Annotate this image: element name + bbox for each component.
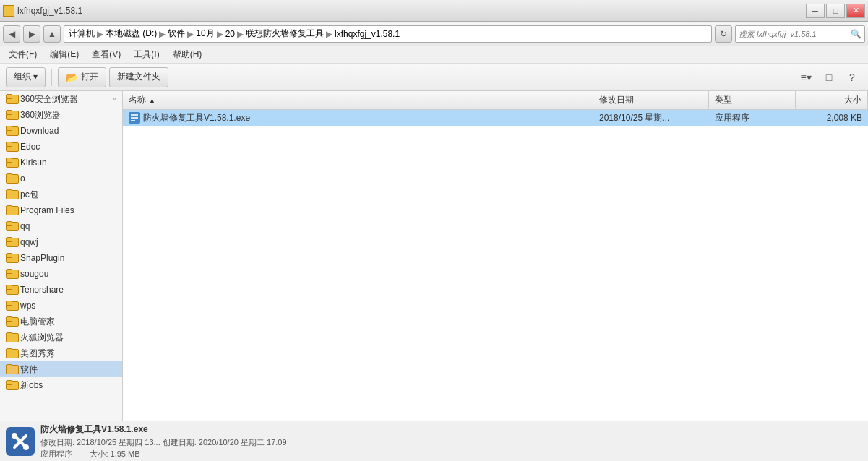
forward-button[interactable]: ▶ — [23, 25, 40, 43]
folder-icon — [6, 205, 17, 215]
breadcrumb-bar[interactable]: 计算机 ▶ 本地磁盘 (D:) ▶ 软件 ▶ 10月 ▶ 20 ▶ 联想防火墙修… — [64, 25, 712, 43]
open-button[interactable]: 📂 打开 — [58, 67, 106, 87]
folder-item-newobs[interactable]: 新obs — [0, 377, 122, 393]
svg-rect-1 — [131, 114, 138, 116]
folder-label: 软件 — [20, 363, 38, 376]
view-list-button[interactable]: ≡▾ — [796, 67, 816, 87]
breadcrumb-item: 计算机 — [69, 27, 95, 40]
open-icon: 📂 — [66, 72, 78, 83]
svg-rect-3 — [131, 120, 135, 121]
folder-icon — [6, 94, 17, 104]
file-date: 2018/10/25 星期... — [599, 112, 669, 124]
up-button[interactable]: ▲ — [43, 25, 61, 43]
breadcrumb-item: 软件 — [168, 27, 185, 40]
right-panel: 名称 ▲ 修改日期 类型 大小 — [123, 91, 868, 421]
folder-icon — [6, 316, 17, 327]
window-title: lxfhqxfgj_v1.58.1 — [17, 6, 82, 16]
help-button[interactable]: ? — [842, 67, 862, 87]
col-header-type[interactable]: 类型 — [709, 91, 796, 109]
menu-bar: 文件(F) 编辑(E) 查看(V) 工具(I) 帮助(H) — [0, 46, 868, 64]
col-header-name[interactable]: 名称 ▲ — [123, 91, 593, 109]
folder-item-programfiles[interactable]: Program Files — [0, 202, 122, 218]
folder-label: 火狐浏览器 — [20, 332, 64, 344]
close-button[interactable]: ✕ — [846, 4, 865, 18]
folder-label: SnapPlugin — [20, 253, 64, 263]
organize-label: 组织 ▾ — [14, 71, 38, 83]
folder-label: Tenorshare — [20, 285, 64, 295]
folder-item-ruanjian[interactable]: 软件 — [0, 361, 122, 377]
folder-item-kirisun[interactable]: Kirisun — [0, 155, 122, 171]
svg-rect-2 — [131, 117, 138, 119]
search-bar: 🔍 — [735, 25, 865, 43]
folder-item-snapplugin[interactable]: SnapPlugin — [0, 250, 122, 266]
folder-item-meitushow[interactable]: 美图秀秀 — [0, 345, 122, 361]
file-size-cell: 2,008 KB — [796, 110, 868, 126]
folder-item-firefox[interactable]: 火狐浏览器 — [0, 329, 122, 345]
col-header-size[interactable]: 大小 — [796, 91, 868, 109]
file-icon — [129, 112, 140, 124]
folder-label: sougou — [20, 269, 48, 279]
folder-item-pcbao[interactable]: pc包 — [0, 186, 122, 202]
folder-icon-title — [3, 5, 14, 17]
menu-edit[interactable]: 编辑(E) — [44, 47, 85, 62]
status-bar: 防火墙修复工具V1.58.1.exe 修改日期: 2018/10/25 星期四 … — [0, 421, 868, 461]
folder-item-qq[interactable]: qq — [0, 218, 122, 234]
folder-item-360safe[interactable]: 360安全浏览器 » — [0, 91, 122, 107]
file-name-cell: 防火墙修复工具V1.58.1.exe — [123, 110, 593, 126]
file-type: 应用程序 — [715, 112, 749, 124]
maximize-button[interactable]: □ — [826, 4, 845, 18]
view-pane-button[interactable]: □ — [819, 67, 839, 87]
minimize-button[interactable]: ─ — [806, 4, 825, 18]
window-controls: ─ □ ✕ — [806, 4, 865, 18]
main-area: 360安全浏览器 » 360浏览器 Download Edoc Kirisun … — [0, 91, 868, 421]
folder-icon — [6, 110, 17, 120]
folder-item-download[interactable]: Download — [0, 123, 122, 139]
folder-label: wps — [20, 301, 35, 311]
folder-item-sougou[interactable]: sougou — [0, 266, 122, 282]
folder-item-pcguanjia[interactable]: 电脑管家 — [0, 314, 122, 329]
folder-label: Edoc — [20, 142, 40, 152]
open-label: 打开 — [81, 71, 98, 83]
folder-icon — [6, 332, 17, 342]
status-filename: 防火墙修复工具V1.58.1.exe — [40, 423, 862, 436]
title-bar: lxfhqxfgj_v1.58.1 ─ □ ✕ — [0, 0, 868, 22]
folder-item-o[interactable]: o — [0, 171, 122, 186]
status-info: 防火墙修复工具V1.58.1.exe 修改日期: 2018/10/25 星期四 … — [40, 423, 862, 460]
address-bar: ◀ ▶ ▲ 计算机 ▶ 本地磁盘 (D:) ▶ 软件 ▶ 10月 ▶ 20 ▶ … — [0, 22, 868, 46]
menu-tools[interactable]: 工具(I) — [128, 47, 165, 62]
folder-item-360browser[interactable]: 360浏览器 — [0, 107, 122, 123]
folder-icon — [6, 237, 17, 247]
folder-item-edoc[interactable]: Edoc — [0, 139, 122, 155]
col-header-date[interactable]: 修改日期 — [593, 91, 709, 109]
folder-label: 美图秀秀 — [20, 348, 55, 360]
new-folder-button[interactable]: 新建文件夹 — [109, 67, 168, 87]
back-button[interactable]: ◀ — [3, 25, 20, 43]
search-input[interactable] — [739, 30, 849, 38]
folder-icon — [6, 126, 17, 136]
folder-icon — [6, 158, 17, 168]
folder-label: 360安全浏览器 — [20, 93, 78, 105]
menu-view[interactable]: 查看(V) — [86, 47, 126, 62]
table-row[interactable]: 防火墙修复工具V1.58.1.exe 2018/10/25 星期... 应用程序… — [123, 110, 868, 126]
svg-point-8 — [23, 444, 29, 450]
breadcrumb-item: 联想防火墙修复工具 — [246, 27, 324, 40]
menu-file[interactable]: 文件(F) — [3, 47, 43, 62]
breadcrumb-item: 20 — [225, 29, 235, 39]
menu-help[interactable]: 帮助(H) — [167, 47, 208, 62]
folder-label: 新obs — [20, 379, 43, 392]
folder-icon — [6, 348, 17, 358]
folder-icon — [6, 380, 17, 390]
status-type: 应用程序 大小: 1.95 MB — [40, 449, 862, 460]
folder-icon — [6, 142, 17, 152]
svg-point-7 — [12, 433, 17, 439]
organize-button[interactable]: 组织 ▾ — [6, 67, 46, 87]
refresh-button[interactable]: ↻ — [715, 25, 732, 43]
folder-item-tenorshare[interactable]: Tenorshare — [0, 282, 122, 298]
folder-icon — [6, 173, 17, 184]
folder-label: Kirisun — [20, 158, 47, 168]
toolbar-right: ≡▾ □ ? — [796, 67, 862, 87]
folder-label: qq — [20, 221, 30, 231]
folder-icon — [6, 285, 17, 295]
folder-item-qqwj[interactable]: qqwj — [0, 234, 122, 250]
folder-item-wps[interactable]: wps — [0, 298, 122, 314]
